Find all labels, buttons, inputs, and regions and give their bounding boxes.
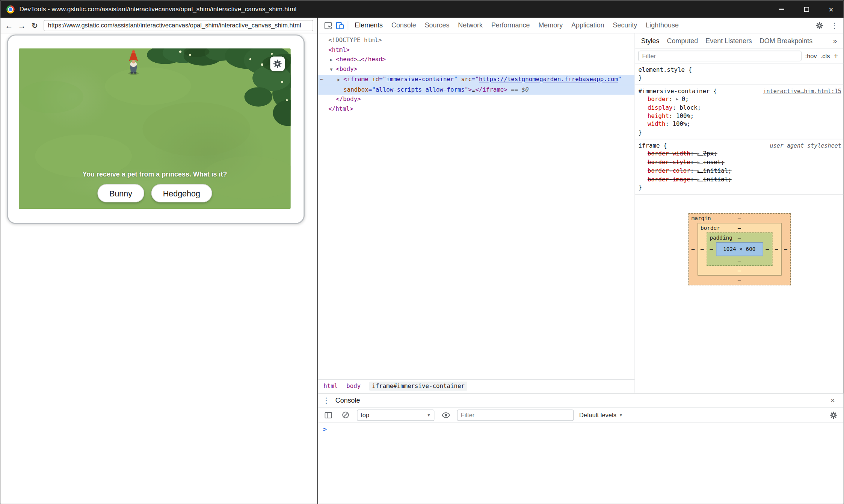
tab-styles[interactable]: Styles [637, 37, 663, 44]
more-tabs-icon[interactable]: » [833, 36, 841, 44]
tab-application[interactable]: Application [567, 18, 609, 33]
css-declaration[interactable]: border-style: ▶ inset; [639, 158, 841, 167]
tab-computed[interactable]: Computed [663, 37, 702, 44]
new-style-rule-icon[interactable]: + [834, 51, 840, 60]
stylesheet-link[interactable]: interactive…him.html:15 [763, 87, 841, 95]
dom-tree-line[interactable]: <html> [318, 45, 635, 55]
crumb-iframe-immersive-container[interactable]: iframe#immersive-container [369, 382, 467, 391]
tab-event-listeners[interactable]: Event Listeners [702, 37, 756, 44]
tab-memory[interactable]: Memory [534, 18, 567, 33]
styles-filter-input[interactable]: Filter [639, 50, 802, 61]
rule-selector[interactable]: #immersive-container { [639, 87, 717, 95]
border-left-value[interactable]: – [698, 246, 707, 252]
css-declaration[interactable]: width: 100%; [639, 120, 841, 128]
declaration-text: border-image: ▶ initial; [648, 176, 732, 183]
rule-selector[interactable]: iframe { [639, 142, 667, 150]
console-filter-input[interactable]: Filter [457, 409, 574, 421]
margin-bottom-value[interactable]: – [738, 277, 741, 283]
padding-top-value[interactable]: – [738, 234, 741, 240]
bunny-button[interactable]: Bunny [98, 184, 144, 202]
attribute-link[interactable]: https://testgnomegarden.firebaseapp.com [479, 76, 618, 83]
code-token: initial; [703, 176, 732, 183]
tab-performance[interactable]: Performance [487, 18, 534, 33]
sidebar-tabs: Styles Computed Event Listeners DOM Brea… [635, 33, 844, 48]
page-viewport: You receive a pet from a princess. What … [0, 33, 317, 504]
box-model-margin[interactable]: margin – – border – [688, 213, 790, 285]
margin-right-value[interactable]: – [781, 246, 790, 252]
dom-tree-line[interactable]: sandbox="allow-scripts allow-forms">…</i… [318, 85, 635, 95]
padding-bottom-value[interactable]: – [738, 258, 741, 264]
dom-tree-line[interactable]: </body> [318, 95, 635, 104]
css-declaration[interactable]: border: ▶ 0; [639, 95, 841, 104]
inspect-element-button[interactable] [322, 20, 334, 32]
execution-context-selector[interactable]: top ▼ [357, 409, 434, 421]
box-model-content[interactable]: 1024 × 600 [716, 242, 763, 256]
code-token: : [690, 150, 698, 157]
clear-console-button[interactable] [340, 409, 352, 421]
css-declaration[interactable]: border-width: ▶ 2px; [639, 150, 841, 158]
code-token: src [461, 76, 471, 83]
css-declaration[interactable]: border-color: ▶ initial; [639, 167, 841, 175]
disclosure-expanded-icon[interactable]: ▼ [330, 65, 336, 75]
live-expression-button[interactable] [440, 409, 452, 421]
forward-button[interactable]: → [16, 20, 27, 31]
gear-icon [829, 411, 837, 419]
game-settings-button[interactable] [270, 56, 285, 71]
device-toolbar-button[interactable] [334, 20, 346, 32]
crumb-body[interactable]: body [346, 383, 361, 390]
box-model-border[interactable]: border – – padding [698, 223, 782, 275]
chevron-down-icon: ▼ [427, 413, 430, 417]
node-options-icon[interactable]: ⋯ [320, 75, 323, 85]
code-token: ▶ [698, 177, 703, 181]
dom-tree-line[interactable]: ▼<body> [318, 65, 635, 75]
border-right-value[interactable]: – [772, 246, 781, 252]
border-bottom-value[interactable]: – [738, 267, 741, 273]
log-levels-dropdown[interactable]: Default levels ▼ [579, 412, 623, 418]
devtools-menu-icon[interactable]: ⋮ [828, 20, 840, 32]
padding-right-value[interactable]: – [763, 246, 772, 252]
tab-console[interactable]: Console [387, 18, 421, 33]
dom-tree-line[interactable]: </html> [318, 104, 635, 114]
code-token: ▶ [698, 160, 703, 164]
dom-tree-line[interactable]: <!DOCTYPE html> [318, 36, 635, 45]
tab-network[interactable]: Network [454, 18, 487, 33]
element-classes-button[interactable]: .cls [821, 53, 830, 59]
maximize-button[interactable] [794, 0, 819, 18]
dom-tree-line[interactable]: ⋯▶<iframe id="immersive-container" src="… [318, 75, 635, 85]
border-top-value[interactable]: – [738, 225, 741, 231]
css-declaration[interactable]: display: block; [639, 104, 841, 112]
address-bar[interactable]: https://www.gstatic.com/assistant/intera… [44, 20, 313, 31]
dom-tree-line[interactable]: ▶<head>…</head> [318, 55, 635, 65]
tab-sources[interactable]: Sources [420, 18, 454, 33]
close-drawer-icon[interactable]: × [824, 396, 841, 404]
tab-dom-breakpoints[interactable]: DOM Breakpoints [756, 37, 816, 44]
disclosure-collapsed-icon[interactable]: ▶ [338, 75, 344, 85]
margin-left-value[interactable]: – [689, 246, 698, 252]
styles-content: element.style {}#immersive-container {in… [635, 63, 844, 392]
margin-top-value[interactable]: – [738, 215, 741, 221]
back-button[interactable]: ← [3, 20, 15, 31]
console-prompt[interactable]: > [318, 423, 844, 504]
console-sidebar-button[interactable] [322, 409, 334, 421]
minimize-button[interactable] [769, 0, 794, 18]
crumb-html[interactable]: html [323, 383, 338, 390]
tab-security[interactable]: Security [608, 18, 642, 33]
devtools-settings-button[interactable] [813, 20, 825, 32]
css-declaration[interactable]: border-image: ▶ initial; [639, 175, 841, 184]
device-frame: You receive a pet from a princess. What … [7, 35, 305, 224]
drawer-menu-icon[interactable]: ⋮ [320, 394, 332, 406]
padding-left-value[interactable]: – [707, 246, 716, 252]
console-settings-button[interactable] [827, 409, 839, 421]
toggle-element-state-button[interactable]: :hov [805, 53, 817, 59]
hedgehog-button[interactable]: Hedgehog [151, 184, 212, 202]
disclosure-collapsed-icon[interactable]: ▶ [330, 55, 336, 65]
box-model-padding[interactable]: padding – – 1024 × 600 [707, 232, 772, 266]
tab-elements[interactable]: Elements [350, 18, 387, 33]
rule-selector[interactable]: element.style { [639, 66, 692, 74]
code-token: <iframe [343, 76, 368, 83]
reload-button[interactable]: ↻ [29, 20, 40, 31]
tab-console-drawer[interactable]: Console [332, 396, 363, 404]
close-window-button[interactable]: × [819, 0, 844, 18]
css-declaration[interactable]: height: 100%; [639, 112, 841, 120]
tab-lighthouse[interactable]: Lighthouse [642, 18, 683, 33]
